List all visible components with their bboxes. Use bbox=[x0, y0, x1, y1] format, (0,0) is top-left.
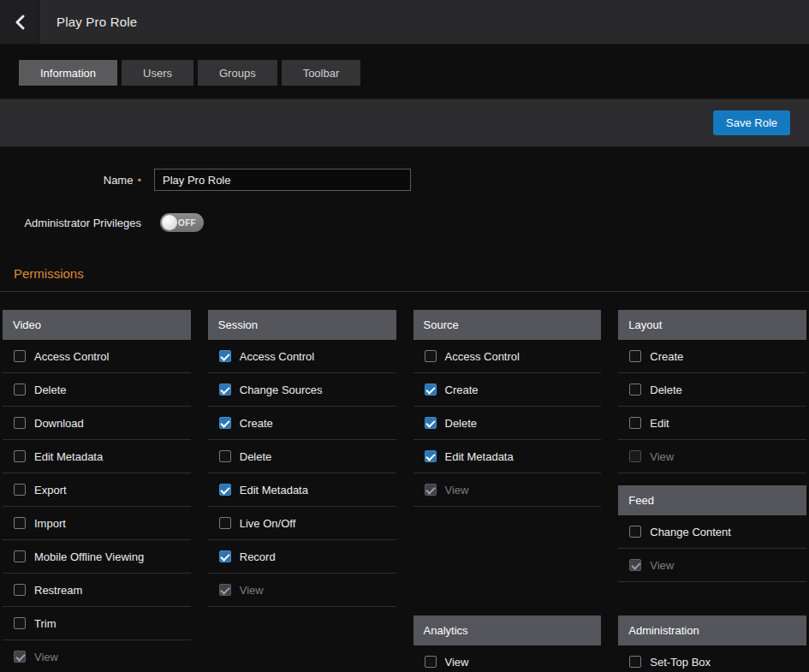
permission-group-feed: FeedChange ContentView bbox=[618, 485, 806, 582]
checkbox-checked-icon[interactable] bbox=[219, 350, 231, 362]
permission-row-session-access-control[interactable]: Access Control bbox=[208, 340, 396, 373]
permission-row-video-restream[interactable]: Restream bbox=[3, 574, 191, 607]
checkbox-checked-icon[interactable] bbox=[219, 550, 231, 562]
checkbox-checked-icon[interactable] bbox=[219, 417, 231, 429]
checkbox-unchecked-icon bbox=[629, 450, 641, 462]
permission-label: Change Content bbox=[650, 526, 731, 538]
permission-row-video-export[interactable]: Export bbox=[3, 473, 191, 507]
permission-row-video-delete[interactable]: Delete bbox=[3, 373, 191, 407]
checkbox-unchecked-icon[interactable] bbox=[425, 350, 437, 362]
permission-label: Set-Top Box bbox=[650, 656, 711, 669]
permission-row-layout-edit[interactable]: Edit bbox=[618, 407, 806, 440]
page-title: Play Pro Role bbox=[57, 15, 137, 29]
permission-group-video: VideoAccess ControlDeleteDownloadEdit Me… bbox=[3, 310, 191, 672]
permission-label: Mobile Offline Viewing bbox=[34, 550, 144, 563]
permission-group-analytics: AnalyticsView bbox=[413, 616, 602, 672]
permissions-grid: VideoAccess ControlDeleteDownloadEdit Me… bbox=[0, 310, 809, 672]
checkbox-checked-icon[interactable] bbox=[425, 384, 437, 395]
permission-row-session-record[interactable]: Record bbox=[208, 540, 396, 574]
permission-row-session-create[interactable]: Create bbox=[208, 407, 396, 440]
permission-label: View bbox=[445, 484, 469, 497]
permission-label: View bbox=[240, 584, 264, 597]
permission-row-layout-create[interactable]: Create bbox=[618, 340, 806, 373]
permission-label: View bbox=[650, 559, 674, 572]
permission-row-source-delete[interactable]: Delete bbox=[413, 407, 602, 440]
permission-row-video-edit-metadata[interactable]: Edit Metadata bbox=[3, 440, 191, 473]
checkbox-unchecked-icon[interactable] bbox=[219, 517, 231, 529]
tab-toolbar[interactable]: Toolbar bbox=[282, 60, 361, 86]
tab-information[interactable]: Information bbox=[19, 60, 117, 86]
permission-label: Delete bbox=[445, 417, 478, 430]
checkbox-checked-icon bbox=[425, 484, 437, 496]
permissions-divider bbox=[0, 291, 809, 292]
permission-label: Restream bbox=[34, 584, 82, 597]
permission-group-administration: AdministrationSet-Top Box bbox=[618, 616, 806, 672]
checkbox-checked-icon[interactable] bbox=[219, 484, 231, 496]
permission-label: Delete bbox=[240, 450, 272, 463]
permission-label: Download bbox=[34, 417, 84, 430]
permission-label: Trim bbox=[34, 617, 57, 630]
permission-group-title: Source bbox=[413, 310, 602, 340]
checkbox-unchecked-icon[interactable] bbox=[14, 450, 26, 462]
permission-row-video-trim[interactable]: Trim bbox=[3, 607, 191, 640]
permission-label: Edit Metadata bbox=[240, 484, 308, 497]
name-input[interactable] bbox=[154, 169, 411, 191]
checkbox-unchecked-icon[interactable] bbox=[629, 526, 641, 538]
permission-row-video-import[interactable]: Import bbox=[3, 507, 191, 540]
permission-row-session-delete[interactable]: Delete bbox=[208, 440, 396, 473]
checkbox-unchecked-icon[interactable] bbox=[14, 484, 26, 496]
save-role-button[interactable]: Save Role bbox=[713, 110, 790, 135]
permission-row-layout-delete[interactable]: Delete bbox=[618, 373, 806, 407]
permission-label: Change Sources bbox=[240, 384, 323, 396]
permission-row-video-mobile-offline-viewing[interactable]: Mobile Offline Viewing bbox=[3, 540, 191, 574]
permission-row-video-download[interactable]: Download bbox=[3, 407, 191, 440]
checkbox-unchecked-icon[interactable] bbox=[629, 656, 641, 668]
permissions-column: SourceAccess ControlCreateDeleteEdit Met… bbox=[413, 310, 602, 672]
permission-row-video-access-control[interactable]: Access Control bbox=[3, 340, 191, 373]
permission-row-session-live-on-off[interactable]: Live On/Off bbox=[208, 507, 396, 540]
permission-label: Import bbox=[34, 517, 66, 530]
back-button[interactable] bbox=[0, 0, 39, 44]
action-bar: Save Role bbox=[0, 98, 809, 147]
checkbox-unchecked-icon[interactable] bbox=[14, 584, 26, 596]
permission-row-session-change-sources[interactable]: Change Sources bbox=[208, 373, 396, 407]
permission-row-session-edit-metadata[interactable]: Edit Metadata bbox=[208, 473, 396, 507]
permission-row-analytics-view[interactable]: View bbox=[413, 645, 602, 672]
checkbox-unchecked-icon[interactable] bbox=[629, 384, 641, 395]
name-label-text: Name bbox=[104, 174, 134, 187]
checkbox-unchecked-icon[interactable] bbox=[14, 550, 26, 562]
checkbox-checked-icon[interactable] bbox=[425, 417, 437, 429]
checkbox-unchecked-icon[interactable] bbox=[14, 417, 26, 429]
checkbox-checked-icon bbox=[629, 559, 641, 571]
permission-label: Access Control bbox=[445, 350, 520, 363]
tab-groups[interactable]: Groups bbox=[198, 60, 277, 86]
checkbox-unchecked-icon[interactable] bbox=[14, 350, 26, 362]
checkbox-checked-icon[interactable] bbox=[219, 384, 231, 395]
permission-label: Edit bbox=[650, 417, 669, 430]
permission-group-layout: LayoutCreateDeleteEditView bbox=[618, 310, 806, 473]
admin-privileges-toggle[interactable]: OFF bbox=[160, 213, 204, 232]
toggle-state-label: OFF bbox=[178, 218, 196, 228]
permission-row-administration-set-top-box[interactable]: Set-Top Box bbox=[618, 645, 806, 672]
toggle-knob-icon bbox=[162, 215, 177, 230]
checkbox-unchecked-icon[interactable] bbox=[219, 450, 231, 462]
permission-row-feed-change-content[interactable]: Change Content bbox=[618, 515, 806, 549]
checkbox-unchecked-icon[interactable] bbox=[629, 417, 641, 429]
checkbox-unchecked-icon[interactable] bbox=[629, 350, 641, 362]
permission-group-source: SourceAccess ControlCreateDeleteEdit Met… bbox=[413, 310, 602, 507]
checkbox-unchecked-icon[interactable] bbox=[14, 617, 26, 629]
checkbox-unchecked-icon[interactable] bbox=[14, 517, 26, 529]
checkbox-unchecked-icon[interactable] bbox=[425, 656, 437, 668]
permission-label: View bbox=[34, 651, 58, 663]
app-header: Play Pro Role bbox=[0, 0, 809, 45]
permission-row-layout-view: View bbox=[618, 440, 806, 473]
permission-row-source-create[interactable]: Create bbox=[413, 373, 602, 407]
permission-label: Record bbox=[240, 550, 276, 563]
permission-row-source-access-control[interactable]: Access Control bbox=[413, 340, 602, 373]
checkbox-unchecked-icon[interactable] bbox=[14, 384, 26, 395]
permission-label: Access Control bbox=[240, 350, 314, 363]
checkbox-checked-icon[interactable] bbox=[425, 450, 437, 462]
permission-label: Delete bbox=[650, 384, 682, 396]
tab-users[interactable]: Users bbox=[122, 60, 193, 86]
permission-row-source-edit-metadata[interactable]: Edit Metadata bbox=[413, 440, 602, 473]
